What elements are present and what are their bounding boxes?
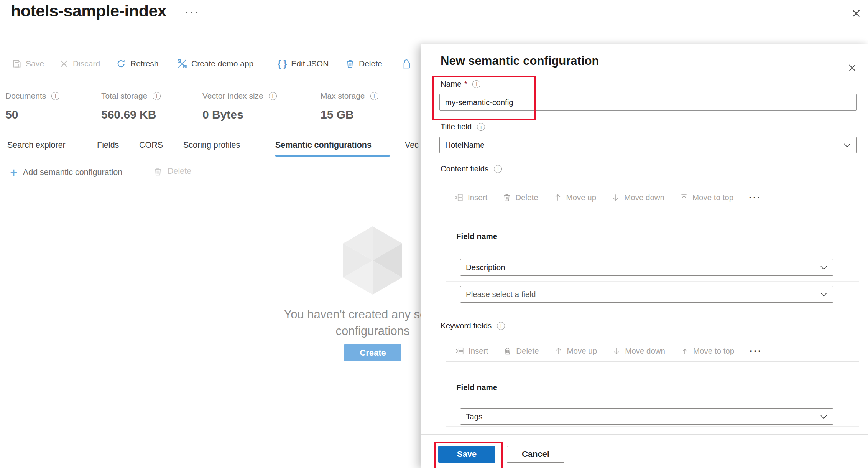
info-icon[interactable]: i — [153, 92, 161, 100]
braces-icon: { } — [278, 59, 287, 69]
stat-vector-index-size-label: Vector index size — [202, 91, 263, 101]
discard-icon — [59, 59, 69, 68]
keyword-field-select-1-value: Tags — [466, 412, 482, 421]
stat-vector-index-size: Vector index size i — [202, 91, 277, 101]
chevron-down-icon — [844, 143, 850, 147]
panel-close-icon[interactable] — [848, 63, 857, 73]
move-to-top-label: Move to top — [692, 193, 733, 202]
content-fields-toolbar: Insert Delete Move up — [455, 190, 761, 205]
arrow-to-top-icon — [680, 193, 688, 202]
info-icon[interactable]: i — [472, 80, 480, 88]
arrow-up-icon — [554, 347, 563, 355]
content-fields-label-row: Content fields i — [441, 164, 502, 173]
arrow-down-icon — [612, 347, 621, 355]
content-field-select-1-value: Description — [466, 263, 505, 272]
panel-title: New semantic configuration — [441, 54, 599, 68]
info-icon[interactable]: i — [269, 92, 277, 100]
stat-documents: Documents i — [5, 91, 59, 101]
tab-semantic-configurations[interactable]: Semantic configurations — [275, 140, 372, 150]
content-field-select-1[interactable]: Description — [460, 259, 833, 276]
info-icon[interactable]: i — [370, 92, 378, 100]
discard-command-label: Discard — [73, 59, 100, 68]
cancel-button[interactable]: Cancel — [507, 446, 564, 463]
move-down-label: Move down — [625, 346, 665, 356]
save-button[interactable]: Save — [438, 446, 495, 463]
required-asterisk: * — [464, 80, 467, 89]
stat-max-storage: Max storage i — [321, 91, 378, 101]
trash-icon — [153, 167, 163, 176]
chevron-down-icon — [820, 415, 827, 419]
info-icon[interactable]: i — [477, 123, 485, 131]
insert-icon — [456, 347, 464, 355]
stat-max-storage-value: 15 GB — [321, 108, 354, 121]
delete-command-label: Delete — [359, 59, 382, 68]
content-field-select-2-value: Please select a field — [466, 290, 536, 299]
save-icon — [12, 59, 21, 68]
page-title: hotels-sample-index — [11, 2, 166, 20]
lock-command[interactable] — [401, 54, 412, 73]
title-field-select[interactable]: HotelName — [439, 137, 857, 153]
overflow-icon[interactable]: ··· — [750, 349, 762, 353]
divider — [446, 281, 859, 282]
stat-max-storage-label: Max storage — [321, 91, 365, 101]
create-button[interactable]: Create — [344, 344, 401, 361]
move-up-button: Move up — [554, 346, 597, 356]
info-icon[interactable]: i — [497, 322, 505, 330]
name-input[interactable]: my-semantic-config — [439, 94, 857, 111]
stat-vector-index-size-value: 0 Bytes — [202, 108, 243, 121]
content-field-select-2[interactable]: Please select a field — [460, 286, 833, 303]
info-icon[interactable]: i — [51, 92, 59, 100]
page-more-icon[interactable]: ··· — [185, 5, 200, 18]
move-up-label: Move up — [567, 346, 597, 356]
new-semantic-configuration-panel: New semantic configuration Name * i my-s… — [421, 44, 868, 468]
divider — [446, 361, 859, 362]
content-field-name-heading: Field name — [456, 232, 497, 241]
insert-icon — [455, 193, 464, 202]
lock-icon — [401, 58, 412, 69]
stat-documents-value: 50 — [5, 108, 18, 121]
overflow-icon[interactable]: ··· — [749, 196, 761, 199]
refresh-command-label: Refresh — [130, 59, 159, 68]
move-to-top-button: Move to top — [681, 346, 734, 356]
index-detail-screen: hotels-sample-index ··· Save Discard — [0, 0, 868, 468]
save-command-label: Save — [26, 59, 44, 68]
keyword-fields-label-row: Keyword fields i — [441, 321, 505, 330]
divider — [0, 189, 421, 189]
cube-icon — [343, 226, 402, 295]
keyword-field-select-1[interactable]: Tags — [460, 408, 833, 425]
delete-label: Delete — [516, 346, 539, 356]
name-label-row: Name * i — [441, 79, 480, 89]
move-up-button: Move up — [554, 193, 597, 202]
move-down-label: Move down — [624, 193, 664, 202]
info-icon[interactable]: i — [494, 165, 502, 173]
refresh-command[interactable]: Refresh — [116, 54, 159, 73]
title-field-label-row: Title field i — [441, 122, 485, 131]
title-field-label: Title field — [441, 122, 472, 131]
create-demo-app-command[interactable]: Create demo app — [177, 54, 253, 73]
stat-documents-label: Documents — [5, 91, 46, 101]
tab-fields[interactable]: Fields — [97, 140, 119, 150]
delete-command[interactable]: Delete — [345, 54, 382, 73]
refresh-icon — [116, 59, 126, 69]
delete-configuration-button: Delete — [153, 166, 191, 176]
create-demo-app-icon — [177, 59, 187, 69]
tab-scoring-profiles[interactable]: Scoring profiles — [183, 140, 240, 150]
move-to-top-label: Move to top — [693, 346, 734, 356]
create-demo-app-label: Create demo app — [191, 59, 253, 68]
insert-button: Insert — [456, 346, 488, 356]
delete-configuration-label: Delete — [168, 166, 191, 176]
divider — [441, 211, 858, 211]
stat-total-storage-value: 560.69 KB — [101, 108, 156, 121]
trash-icon — [503, 347, 512, 355]
move-down-button: Move down — [612, 346, 665, 356]
divider — [446, 403, 859, 403]
edit-json-command[interactable]: { } Edit JSON — [278, 54, 329, 73]
tab-vector-truncated[interactable]: Vec — [405, 140, 419, 150]
add-semantic-configuration-button[interactable]: + Add semantic configuration — [10, 166, 122, 178]
tab-cors[interactable]: CORS — [139, 140, 163, 150]
keyword-fields-toolbar: Insert Delete Move up — [456, 343, 762, 359]
page-close-icon[interactable] — [851, 8, 861, 18]
name-label: Name — [441, 79, 462, 89]
tab-search-explorer[interactable]: Search explorer — [7, 140, 66, 150]
trash-icon — [503, 193, 511, 202]
